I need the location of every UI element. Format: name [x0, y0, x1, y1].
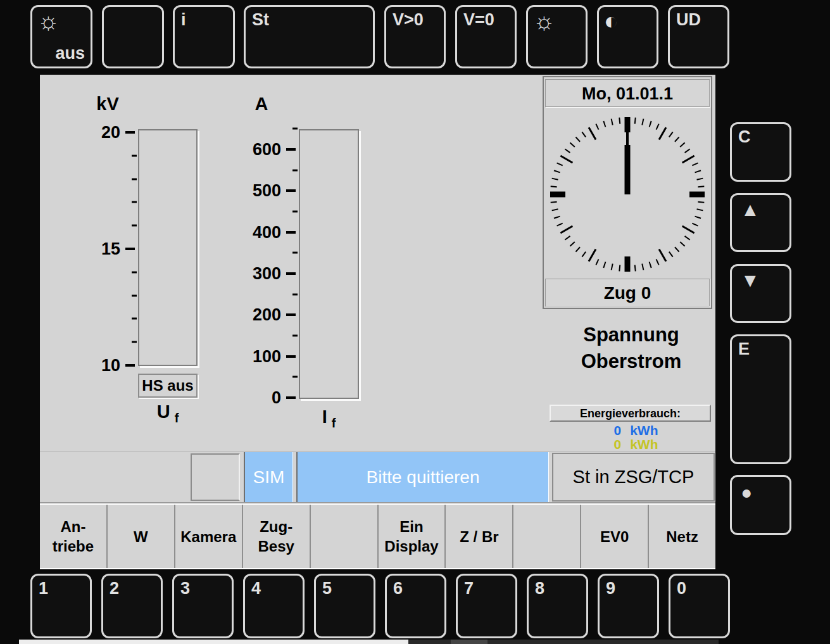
bottom-strip-accent: [451, 640, 487, 644]
menu-item-netz[interactable]: Netz: [648, 505, 715, 568]
menu-item-ein-display[interactable]: EinDisplay: [377, 505, 445, 568]
main-display-panel: kV HS aus Uf A If 1015200100200300400500…: [40, 75, 715, 569]
v-equals-zero-button[interactable]: V=0: [455, 5, 517, 68]
menu-item-kamera[interactable]: Kamera: [174, 505, 242, 568]
info-button-label: i: [181, 10, 186, 30]
status-bar: SIM Bitte quittieren St in ZSG/TCP: [40, 451, 715, 503]
energy-consumption-label: Energieverbrauch:: [550, 405, 711, 422]
contrast-half-circle-icon: ◐: [604, 7, 619, 36]
bottom-strip-light: [19, 640, 408, 644]
clock-face: [545, 110, 710, 276]
menu-item-zug-besy[interactable]: Zug-Besy: [242, 505, 310, 568]
up-arrow-icon: ▲: [741, 200, 760, 219]
key-3[interactable]: 3: [172, 574, 234, 638]
menu-item-z-br[interactable]: Z / Br: [444, 505, 512, 568]
train-number-display: Zug 0: [545, 279, 710, 306]
energy-value-2: 0kWh: [550, 438, 711, 451]
v-equals-zero-label: V=0: [463, 10, 494, 30]
key-9[interactable]: 9: [598, 574, 659, 638]
status-cell-blank-wide: [40, 452, 189, 502]
menu-item-antriebe[interactable]: An-triebe: [40, 505, 106, 568]
current-quantity-label: If: [299, 407, 359, 427]
scroll-down-button[interactable]: ▼: [730, 264, 791, 323]
stoerung-button-label: St: [252, 10, 269, 30]
clear-button-label: C: [738, 127, 751, 147]
current-gauge-bar: [299, 129, 359, 399]
hs-status-box: HS aus: [138, 374, 198, 398]
energy-value-1: 0kWh: [550, 424, 711, 438]
dot-button[interactable]: ●: [730, 475, 791, 535]
clear-button[interactable]: C: [730, 122, 791, 182]
zsg-tcp-message: St in ZSG/TCP: [552, 453, 715, 502]
current-unit-label: A: [242, 94, 280, 115]
menu-item-w[interactable]: W: [106, 505, 174, 568]
key-7[interactable]: 7: [456, 574, 517, 638]
voltage-quantity-label: Uf: [138, 401, 198, 422]
dot-icon: ●: [741, 483, 752, 502]
analog-clock: [545, 110, 710, 276]
cab-display-screen: ☼ aus i St V>0 V=0 ☼ ◐ UD C ▲ ▼ E ● kV: [0, 0, 830, 644]
contrast-button[interactable]: ◐: [597, 5, 658, 68]
v-greater-zero-button[interactable]: V>0: [384, 5, 446, 68]
key-5[interactable]: 5: [314, 574, 375, 638]
sun-icon: ☼: [37, 7, 60, 36]
sim-indicator: SIM: [244, 452, 293, 502]
key-6[interactable]: 6: [385, 574, 446, 638]
sun-icon: ☼: [533, 7, 555, 36]
headline-text: Spannung Oberstrom: [511, 322, 751, 375]
stoerung-button[interactable]: St: [244, 5, 375, 68]
voltage-unit-label: kV: [89, 94, 127, 115]
key-8[interactable]: 8: [527, 574, 588, 638]
info-button[interactable]: i: [173, 5, 235, 68]
status-cell-blank-small: [191, 453, 240, 501]
ud-button-label: UD: [676, 10, 701, 30]
menu-item-blank-8[interactable]: [512, 505, 580, 568]
display-off-label: aus: [55, 44, 85, 63]
blank-button-1[interactable]: [102, 5, 164, 68]
key-0[interactable]: 0: [669, 574, 730, 638]
key-2[interactable]: 2: [101, 574, 163, 638]
acknowledge-message[interactable]: Bitte quittieren: [296, 452, 549, 502]
voltage-gauge-bar: [138, 129, 198, 366]
ud-button[interactable]: UD: [668, 5, 729, 68]
menu-item-ev0[interactable]: EV0: [580, 505, 648, 568]
softkey-menu: An-triebe W Kamera Zug-Besy EinDisplay Z…: [40, 503, 715, 568]
scroll-up-button[interactable]: ▲: [730, 193, 791, 252]
clock-panel: Mo, 01.01.1 Zug 0: [543, 76, 712, 309]
down-arrow-icon: ▼: [741, 271, 760, 290]
brightness-button[interactable]: ☼: [526, 5, 588, 68]
key-4[interactable]: 4: [243, 574, 305, 638]
v-greater-zero-label: V>0: [393, 10, 424, 30]
key-1[interactable]: 1: [30, 574, 92, 638]
menu-item-blank-5[interactable]: [310, 505, 377, 568]
date-display: Mo, 01.01.1: [545, 79, 710, 107]
display-off-button[interactable]: ☼ aus: [30, 5, 92, 68]
